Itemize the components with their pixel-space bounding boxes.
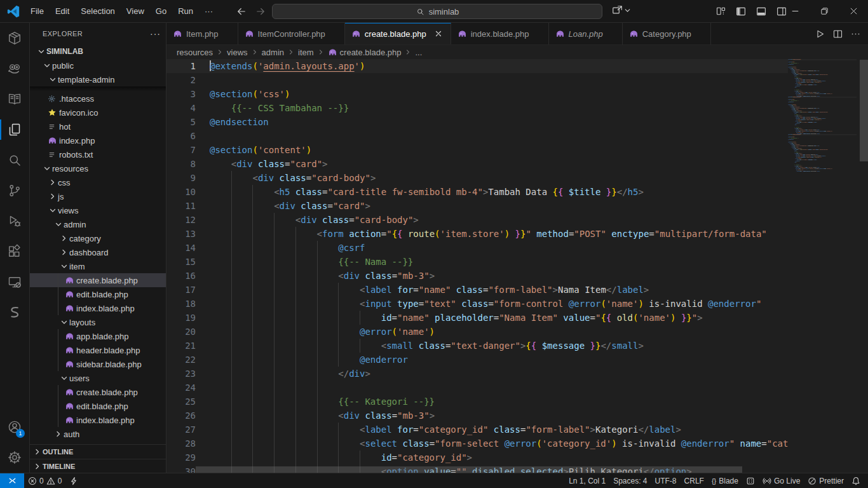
- code-line-23[interactable]: 23 </div>: [166, 367, 788, 381]
- breadcrumb-item[interactable]: item: [298, 48, 314, 57]
- tree-folder-views[interactable]: views: [30, 203, 166, 217]
- status-go-live[interactable]: Go Live: [759, 473, 804, 488]
- tab-create-blade-php[interactable]: create.blade.php: [345, 23, 451, 44]
- tree-folder-js[interactable]: js: [30, 189, 166, 203]
- activity-account[interactable]: 1: [0, 412, 29, 442]
- tab-category-php[interactable]: Category.php: [623, 23, 711, 44]
- restore-icon[interactable]: [810, 0, 839, 22]
- code-line-16[interactable]: 16 <div class="mb-3">: [166, 269, 788, 283]
- code-line-10[interactable]: 10 <h5 class="card-title fw-semibold mb-…: [166, 185, 788, 199]
- breadcrumb-item[interactable]: views: [227, 48, 248, 57]
- tree-folder-auth[interactable]: auth: [30, 427, 166, 441]
- code-line-21[interactable]: 21 <small class="text-danger">{{ $messag…: [166, 339, 788, 353]
- menu-edit[interactable]: Edit: [50, 1, 75, 22]
- menu-view[interactable]: View: [121, 1, 150, 22]
- code-line-19[interactable]: 19 id="name" placeholder="Nama Item" val…: [166, 311, 788, 325]
- forward-arrow-icon[interactable]: [254, 5, 267, 18]
- vertical-scrollbar[interactable]: [860, 60, 868, 161]
- tree-file-edit-blade-php[interactable]: edit.blade.php: [30, 287, 166, 301]
- tree-file-app-blade-php[interactable]: app.blade.php: [30, 329, 166, 343]
- code-line-24[interactable]: 24: [166, 381, 788, 395]
- back-arrow-icon[interactable]: [235, 5, 248, 18]
- tree-file-edit-blade-php[interactable]: edit.blade.php: [30, 399, 166, 413]
- tree-folder-layouts[interactable]: layouts: [30, 315, 166, 329]
- code-line-15[interactable]: 15 {{-- Nama --}}: [166, 255, 788, 269]
- code-line-2[interactable]: 2: [166, 73, 788, 87]
- breadcrumb-item[interactable]: create.blade.php: [328, 48, 402, 57]
- tree-folder-dashboard[interactable]: dashboard: [30, 245, 166, 259]
- activity-book[interactable]: [0, 84, 29, 114]
- code-line-5[interactable]: 5@endsection: [166, 115, 788, 129]
- code-line-9[interactable]: 9 <div class="card-body">: [166, 171, 788, 185]
- minimize-icon[interactable]: [780, 0, 810, 22]
- activity-search[interactable]: [0, 145, 29, 175]
- remote-indicator[interactable]: [0, 473, 24, 488]
- code-line-3[interactable]: 3@section('css'): [166, 87, 788, 101]
- activity-run-debug[interactable]: [0, 206, 29, 236]
- tab-item-php[interactable]: Item.php: [166, 23, 238, 44]
- code-line-14[interactable]: 14 @csrf: [166, 241, 788, 255]
- tree-file-index-blade-php[interactable]: index.blade.php: [30, 301, 166, 315]
- code-line-8[interactable]: 8 <div class="card">: [166, 157, 788, 171]
- tree-file-hot[interactable]: hot: [30, 119, 166, 133]
- code-line-12[interactable]: 12 <div class="card-body">: [166, 213, 788, 227]
- small-chevron-icon[interactable]: [623, 6, 632, 15]
- tab-itemcontroller-php[interactable]: ItemController.php: [238, 23, 345, 44]
- tab-index-blade-php[interactable]: index.blade.php: [451, 23, 549, 44]
- tree-file--htaccess[interactable]: .htaccess: [30, 92, 166, 105]
- menu-selection[interactable]: Selection: [75, 1, 120, 22]
- status-flash[interactable]: [65, 473, 82, 488]
- code-line-1[interactable]: 1@extends('admin.layouts.app'): [166, 59, 788, 73]
- toggle-panel-icon[interactable]: [754, 4, 769, 19]
- activity-s-extension[interactable]: [0, 297, 29, 328]
- code-line-6[interactable]: 6: [166, 129, 788, 143]
- tree-file-create-blade-php[interactable]: create.blade.php: [30, 273, 166, 287]
- menu-run[interactable]: Run: [172, 1, 199, 22]
- close-icon[interactable]: [839, 0, 868, 22]
- status-problems[interactable]: 00: [24, 473, 65, 488]
- more-icon[interactable]: [848, 26, 863, 41]
- tree-file-favicon-ico[interactable]: favicon.ico: [30, 105, 166, 119]
- status-extension-grid[interactable]: [742, 473, 759, 488]
- tree-folder-admin[interactable]: admin: [30, 217, 166, 231]
- code-line-17[interactable]: 17 <label for="name" class="form-label">…: [166, 283, 788, 297]
- minimap[interactable]: 1@extends('admin.layouts.app')23@section…: [788, 59, 859, 473]
- horizontal-scrollbar[interactable]: [196, 466, 742, 473]
- tree-file-index-blade-php[interactable]: index.blade.php: [30, 413, 166, 427]
- code-line-25[interactable]: 25 {{-- Kategori --}}: [166, 395, 788, 409]
- customize-layout-icon[interactable]: [713, 4, 728, 19]
- code-line-28[interactable]: 28 <select class="form-select @error('ca…: [166, 437, 788, 451]
- tree-file-header-blade-php[interactable]: header.blade.php: [30, 343, 166, 357]
- split-editor-icon[interactable]: [830, 26, 845, 41]
- activity-faces[interactable]: [0, 53, 29, 84]
- breadcrumb-item[interactable]: resources: [177, 48, 213, 57]
- code-line-29[interactable]: 29 id="category_id">: [166, 451, 788, 464]
- status-notifications[interactable]: [848, 473, 864, 488]
- tree-folder-resources[interactable]: resources: [30, 161, 166, 175]
- explorer-more-icon[interactable]: ···: [150, 29, 161, 39]
- activity-explorer[interactable]: [0, 114, 29, 145]
- code-content[interactable]: 1@extends('admin.layouts.app')23@section…: [166, 59, 788, 473]
- code-line-4[interactable]: 4 {{-- CSS Tambahan --}}: [166, 101, 788, 115]
- status-cursor-position[interactable]: Ln 1, Col 1: [565, 473, 609, 488]
- tree-folder-users[interactable]: users: [30, 371, 166, 385]
- section-timeline[interactable]: TIMELINE: [30, 459, 166, 473]
- activity-extensions[interactable]: [0, 236, 29, 267]
- code-line-26[interactable]: 26 <div class="mb-3">: [166, 409, 788, 423]
- new-window-icon[interactable]: [611, 4, 623, 17]
- tab-close-icon[interactable]: [433, 28, 444, 39]
- code-line-22[interactable]: 22 @enderror: [166, 353, 788, 367]
- menu-[interactable]: ···: [199, 1, 219, 22]
- tree-file-robots-txt[interactable]: robots.txt: [30, 147, 166, 161]
- section-outline[interactable]: OUTLINE: [30, 445, 166, 459]
- breadcrumb-item[interactable]: ...: [415, 48, 422, 57]
- tree-folder-template-admin[interactable]: template-admin: [30, 72, 166, 86]
- tree-folder-item[interactable]: item: [30, 259, 166, 273]
- code-line-20[interactable]: 20 @error('name'): [166, 325, 788, 339]
- tree-folder-siminlab[interactable]: SIMINLAB: [30, 44, 166, 58]
- menu-go[interactable]: Go: [150, 1, 172, 22]
- play-icon[interactable]: [812, 26, 827, 41]
- code-line-27[interactable]: 27 <label for="category_id" class="form-…: [166, 423, 788, 437]
- editor[interactable]: 1@extends('admin.layouts.app')23@section…: [166, 59, 868, 473]
- breadcrumb-item[interactable]: admin: [262, 48, 284, 57]
